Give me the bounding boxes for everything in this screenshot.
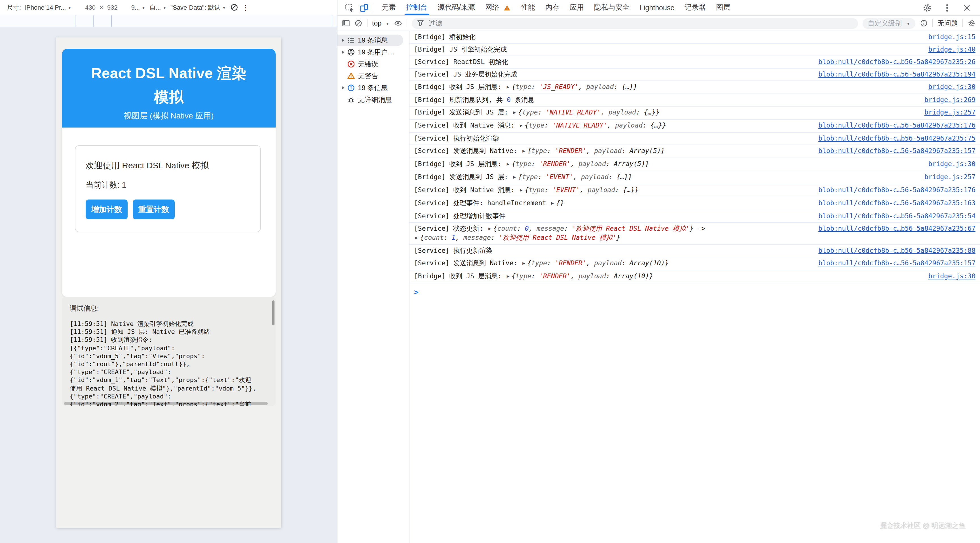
divider (406, 19, 407, 27)
live-expression-eye-icon[interactable] (394, 19, 402, 27)
source-link[interactable]: blob:null/c0dcfb8b-c…b56-5a842967a235:75 (818, 134, 975, 143)
inspect-element-icon[interactable] (345, 3, 354, 12)
source-link[interactable]: blob:null/c0dcfb8b-c…b56-5a842967a235:26 (818, 58, 975, 66)
log-level-selector[interactable]: 自定义级别▼ (862, 18, 915, 29)
console-sidebar-toggle-icon[interactable] (342, 19, 350, 27)
tab-记录器[interactable]: 记录器 (679, 0, 711, 15)
clear-console-icon[interactable] (355, 19, 363, 27)
save-data-selector[interactable]: "Save-Data": 默认▼ (170, 3, 226, 12)
throttling-selector[interactable]: 自...▼ (150, 3, 167, 12)
source-link[interactable]: bridge.js:30 (928, 272, 975, 281)
message-token: '欢迎使用 React DSL Native 模拟' (499, 233, 616, 241)
user-icon (347, 48, 355, 56)
tab-图层[interactable]: 图层 (711, 0, 735, 15)
source-link[interactable]: bridge.js:15 (928, 33, 975, 41)
expand-triangle-icon[interactable]: ▶ (513, 108, 516, 117)
expand-triangle-icon[interactable]: ▶ (507, 272, 509, 281)
tab-元素[interactable]: 元素 (377, 0, 401, 15)
more-options-icon[interactable]: ⋮ (242, 3, 249, 12)
devtools-settings-icon[interactable] (923, 3, 932, 12)
source-link[interactable]: bridge.js:269 (924, 96, 975, 104)
expand-triangle-icon[interactable]: ▶ (520, 186, 523, 194)
source-link[interactable]: bridge.js:257 (924, 173, 975, 181)
network-conditions-icon[interactable] (230, 3, 238, 11)
toggle-device-toolbar-icon[interactable] (360, 3, 369, 12)
source-link[interactable]: blob:null/c0dcfb8b-c…b56-5a842967a235:54 (818, 212, 975, 221)
media-query-ruler[interactable] (0, 15, 337, 27)
message-token: : {…}} (643, 121, 666, 129)
tab-源代码/来源[interactable]: 源代码/来源 (433, 0, 480, 15)
tab-内存[interactable]: 内存 (540, 0, 565, 15)
increment-button[interactable]: 增加计数 (86, 200, 127, 219)
expand-triangle-icon[interactable]: ▶ (520, 121, 523, 130)
message-token: , (455, 233, 463, 241)
source-link[interactable]: bridge.js:30 (928, 160, 975, 168)
source-link[interactable]: bridge.js:257 (924, 108, 975, 117)
message-token: : (531, 272, 539, 280)
debug-horizontal-scrollbar[interactable] (64, 402, 268, 405)
source-link[interactable]: blob:null/c0dcfb8b-c…56-5a842967a235:157 (818, 259, 975, 268)
devtools-close-icon[interactable] (963, 3, 972, 12)
console-settings-icon[interactable] (967, 19, 975, 27)
expand-triangle-icon[interactable]: ▶ (415, 233, 418, 242)
expand-triangle-icon[interactable]: ▶ (488, 224, 491, 233)
source-link[interactable]: blob:null/c0dcfb8b-c…56-5a842967a235:176 (818, 121, 975, 130)
console-message-row: [Service] 状态更新: ▶{count: 0, message: '欢迎… (409, 223, 980, 245)
expand-triangle-icon[interactable]: ▶ (551, 199, 554, 208)
console-message-text: [Service] 发送消息到 Native: ▶{type: 'RENDER'… (414, 259, 810, 268)
message-token: [Service] 发送消息到 Native: (414, 259, 521, 267)
device-selector[interactable]: iPhone 14 Pr...▼ (25, 4, 72, 11)
source-link[interactable]: blob:null/c0dcfb8b-c…56-5a842967a235:176 (818, 186, 975, 194)
message-token: [Service] 处理事件: handleIncrement (414, 199, 550, 207)
console-sidebar-item[interactable]: 19 条信息 (337, 82, 409, 94)
source-link[interactable]: blob:null/c0dcfb8b-c…56-5a842967a235:157 (818, 147, 975, 155)
console-sidebar-item[interactable]: 无错误 (337, 59, 409, 70)
source-link[interactable]: blob:null/c0dcfb8b-c…b56-5a842967a235:88 (818, 246, 975, 255)
expand-triangle-icon[interactable]: ▶ (522, 259, 525, 268)
chevron-down-icon: ▼ (385, 21, 389, 25)
message-token: { (512, 272, 515, 280)
console-message-text: [Service] 收到 Native 消息: ▶{type: 'NATIVE_… (414, 121, 810, 130)
devtools-more-options-icon[interactable] (943, 3, 951, 12)
tab-网络[interactable]: 网络 (480, 0, 516, 15)
source-link[interactable]: blob:null/c0dcfb8b-c…56-5a842967a235:163 (818, 199, 975, 208)
expand-triangle-icon[interactable]: ▶ (507, 83, 509, 91)
issues-counter[interactable]: 无问题 (937, 18, 958, 28)
source-link[interactable]: blob:null/c0dcfb8b-c…b56-5a842967a235:67 (818, 224, 975, 233)
viewport-width-field[interactable]: 430 (85, 4, 95, 11)
tab-label: 网络 (485, 3, 500, 13)
console-sidebar-item[interactable]: 无警告 (337, 70, 409, 82)
console-sidebar-item[interactable]: 19 条消息 (337, 35, 403, 46)
message-token: : (531, 83, 539, 90)
debug-vertical-scrollbar[interactable] (272, 300, 275, 325)
tab-Lighthouse[interactable]: Lighthouse (635, 0, 679, 15)
console-sidebar-item[interactable]: 无详细消息 (337, 94, 409, 105)
viewport-height-field[interactable]: 932 (107, 4, 118, 11)
source-link[interactable]: bridge.js:30 (928, 83, 975, 91)
filter-placeholder: 过滤 (428, 18, 442, 28)
expand-caret-icon[interactable] (340, 86, 346, 90)
expand-triangle-icon[interactable]: ▶ (507, 160, 509, 168)
tab-控制台[interactable]: 控制台 (401, 0, 433, 15)
message-token: 'NATIVE_READY' (552, 121, 608, 129)
console-prompt[interactable]: > (409, 283, 980, 301)
tab-性能[interactable]: 性能 (516, 0, 540, 15)
console-sidebar-item[interactable]: 19 条用户… (337, 46, 409, 58)
expand-triangle-icon[interactable]: ▶ (522, 147, 525, 155)
issues-info-icon[interactable] (920, 19, 928, 27)
message-token: 1 (452, 233, 456, 241)
console-context-selector[interactable]: top▼ (372, 19, 389, 27)
debug-log-line: [{"type":"CREATE","payload": (70, 345, 268, 352)
reset-button[interactable]: 重置计数 (133, 200, 175, 219)
source-link[interactable]: blob:null/c0dcfb8b-c…56-5a842967a235:194 (818, 70, 975, 79)
tab-应用[interactable]: 应用 (565, 0, 589, 15)
source-link[interactable]: bridge.js:40 (928, 45, 975, 54)
expand-caret-icon[interactable] (340, 51, 346, 54)
message-token: , (573, 173, 581, 181)
zoom-selector[interactable]: 9...▼ (131, 4, 145, 11)
message-token: [Service] ReactDSL 初始化 (414, 58, 508, 66)
expand-triangle-icon[interactable]: ▶ (513, 173, 516, 181)
expand-caret-icon[interactable] (340, 38, 346, 42)
tab-隐私与安全[interactable]: 隐私与安全 (589, 0, 635, 15)
console-filter-input[interactable]: 过滤 (412, 18, 858, 29)
